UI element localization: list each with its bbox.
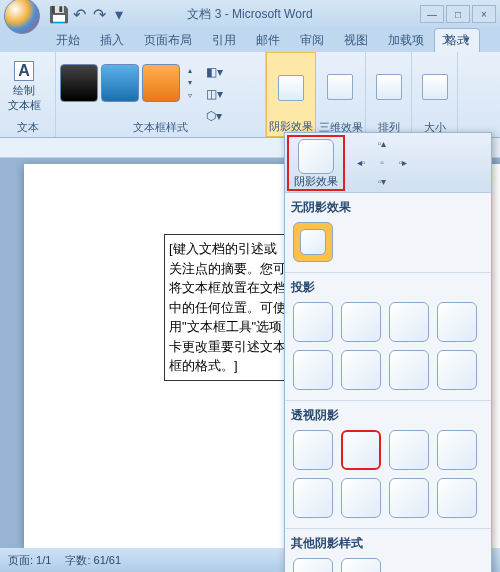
shadow-effects-dropdown: 阴影效果 ▫▴ ◂▫▫▫▸ ▫▾ 无阴影效果 投影 透视阴影 — [284, 132, 492, 572]
tab-review[interactable]: 审阅 — [290, 29, 334, 52]
shadow-persp-2-selected[interactable] — [341, 430, 381, 470]
qat-undo[interactable]: ↶ — [70, 5, 88, 23]
close-button[interactable]: × — [472, 5, 496, 23]
shadow-drop-4[interactable] — [437, 302, 477, 342]
tab-view[interactable]: 视图 — [334, 29, 378, 52]
textbox-style-gallery[interactable]: ▴▾▿ — [60, 54, 197, 102]
shadow-persp-7[interactable] — [389, 478, 429, 518]
style-swatch-orange[interactable] — [142, 64, 180, 102]
tab-references[interactable]: 引用 — [202, 29, 246, 52]
shadow-other-1[interactable] — [293, 558, 333, 572]
nudge-down[interactable]: ▫▾ — [372, 173, 392, 191]
tab-addins[interactable]: 加载项 — [378, 29, 434, 52]
shadow-persp-4[interactable] — [437, 430, 477, 470]
tab-home[interactable]: 开始 — [46, 29, 90, 52]
shadow-persp-5[interactable] — [293, 478, 333, 518]
shadow-persp-3[interactable] — [389, 430, 429, 470]
shadow-drop-5[interactable] — [293, 350, 333, 390]
shadow-persp-6[interactable] — [341, 478, 381, 518]
shadow-drop-8[interactable] — [437, 350, 477, 390]
textbox-callout[interactable]: [键入文档的引述或关注点的摘要。您可将文本框放置在文档中的任何位置。可使用"文本… — [164, 234, 294, 381]
shadow-drop-2[interactable] — [341, 302, 381, 342]
group-label-styles: 文本框样式 — [56, 120, 265, 135]
size-button[interactable] — [416, 54, 453, 120]
gallery-more[interactable]: ▴▾▿ — [183, 64, 197, 102]
shadow-nudge-grid: ▫▴ ◂▫▫▫▸ ▫▾ — [351, 135, 413, 190]
threed-effects-button[interactable] — [320, 54, 360, 120]
nudge-left[interactable]: ◂▫ — [351, 154, 371, 172]
nudge-right[interactable]: ▫▸ — [393, 154, 413, 172]
group-label-text: 文本 — [0, 120, 55, 135]
window-title: 文档 3 - Microsoft Word — [187, 6, 312, 23]
shape-fill-button[interactable]: ◧▾ — [203, 62, 225, 82]
ribbon-tabs: 开始 插入 页面布局 引用 邮件 审阅 视图 加载项 格式 — [0, 28, 500, 52]
qat-save[interactable]: 💾 — [50, 5, 68, 23]
shadow-persp-1[interactable] — [293, 430, 333, 470]
nudge-up[interactable]: ▫▴ — [372, 135, 392, 153]
shadow-main-sample[interactable]: 阴影效果 — [287, 135, 345, 191]
section-title-other: 其他阴影样式 — [291, 533, 485, 556]
shadow-drop-6[interactable] — [341, 350, 381, 390]
shadow-drop-3[interactable] — [389, 302, 429, 342]
shadow-drop-1[interactable] — [293, 302, 333, 342]
contextual-tab-label[interactable]: 文... ▾ — [442, 30, 496, 48]
section-title-drop: 投影 — [291, 277, 485, 300]
tab-insert[interactable]: 插入 — [90, 29, 134, 52]
status-words[interactable]: 字数: 61/61 — [65, 553, 121, 568]
shape-outline-button[interactable]: ◫▾ — [203, 84, 225, 104]
shadow-persp-8[interactable] — [437, 478, 477, 518]
shadow-option-none[interactable] — [293, 222, 333, 262]
style-swatch-black[interactable] — [60, 64, 98, 102]
tab-mailings[interactable]: 邮件 — [246, 29, 290, 52]
draw-textbox-button[interactable]: A 绘制 文本框 — [4, 54, 44, 120]
minimize-button[interactable]: — — [420, 5, 444, 23]
nudge-center[interactable]: ▫ — [372, 154, 392, 172]
tab-layout[interactable]: 页面布局 — [134, 29, 202, 52]
qat-more[interactable]: ▾ — [110, 5, 128, 23]
style-swatch-blue[interactable] — [101, 64, 139, 102]
shadow-other-2[interactable] — [341, 558, 381, 572]
shadow-effects-button[interactable] — [271, 55, 311, 121]
shadow-drop-7[interactable] — [389, 350, 429, 390]
status-page[interactable]: 页面: 1/1 — [8, 553, 51, 568]
qat-redo[interactable]: ↷ — [90, 5, 108, 23]
section-title-none: 无阴影效果 — [291, 197, 485, 220]
section-title-perspective: 透视阴影 — [291, 405, 485, 428]
maximize-button[interactable]: □ — [446, 5, 470, 23]
arrange-button[interactable] — [370, 54, 407, 120]
